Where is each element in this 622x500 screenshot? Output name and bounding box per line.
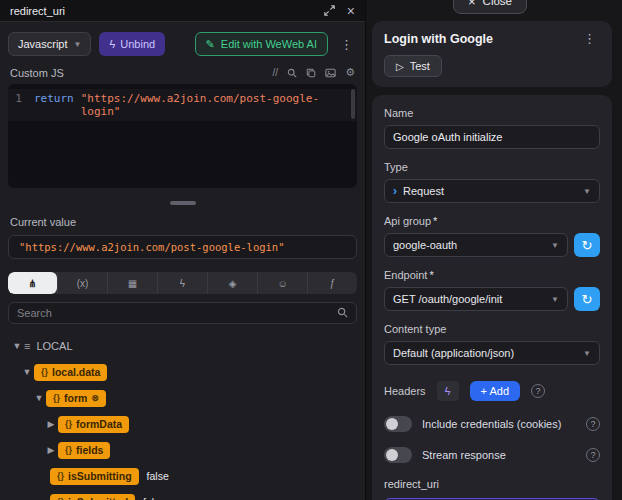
sync-icon: ↻: [582, 238, 593, 253]
gear-icon[interactable]: ⚙: [345, 66, 355, 79]
chevron-down-icon: ▼: [583, 349, 591, 358]
editor-toolbar: Javascript ▼ ϟ Unbind ✎ Edit with WeWeb …: [0, 22, 365, 64]
chevron-down-icon: ▼: [551, 241, 559, 250]
chevron-down-icon: ▼: [583, 187, 591, 196]
comment-icon[interactable]: //: [273, 67, 279, 78]
chevron-right-icon[interactable]: ▶: [44, 419, 58, 429]
unbind-button-label: Unbind: [120, 38, 155, 50]
api-group-label: Api group*: [384, 215, 600, 227]
resize-drag-handle[interactable]: [170, 201, 196, 205]
language-select[interactable]: Javascript ▼: [8, 32, 91, 56]
type-select[interactable]: › Request ▼: [384, 179, 600, 203]
close-panel-icon[interactable]: ×: [347, 4, 355, 18]
code-toolbar-icons: // ⚙: [273, 66, 355, 79]
variables-icon: (x): [77, 278, 89, 289]
current-value-text: "https://www.a2join.com/post-google-logi…: [19, 241, 285, 253]
request-type-icon: ›: [393, 184, 397, 198]
user-icon: ☺: [277, 278, 287, 289]
settings-card: Name Type › Request ▼ Api group* google-…: [372, 95, 612, 500]
refresh-endpoint-button[interactable]: ↻: [574, 287, 600, 311]
expand-icon[interactable]: [324, 5, 335, 16]
tree-root-label: LOCAL: [36, 340, 72, 352]
test-button[interactable]: ▷ Test: [384, 55, 442, 77]
custom-js-header: Custom JS // ⚙: [0, 64, 365, 84]
chevron-right-icon[interactable]: ▶: [44, 445, 58, 455]
node-label: formData: [76, 418, 122, 430]
include-credentials-row: Include credentials (cookies) ?: [384, 416, 600, 432]
refresh-api-group-button[interactable]: ↻: [574, 233, 600, 257]
more-options-icon[interactable]: ⋮: [336, 37, 357, 52]
type-label: Type: [384, 161, 600, 173]
data-tree-icon: ⋔: [28, 278, 36, 289]
tree-node-form[interactable]: {} form ⊗: [46, 390, 106, 407]
include-credentials-toggle[interactable]: [384, 416, 412, 432]
tab-collections[interactable]: ▦: [107, 272, 157, 294]
image-icon[interactable]: [325, 68, 336, 78]
tree-node-fields[interactable]: {} fields: [58, 442, 110, 459]
test-button-label: Test: [410, 60, 430, 72]
bind-headers-button[interactable]: ϟ: [437, 381, 459, 401]
tab-user[interactable]: ☺: [257, 272, 307, 294]
inspector-panel: × Close Login with Google ⋮ ▷ Test Name …: [367, 0, 622, 500]
tree-node-formdata[interactable]: {} formData: [58, 416, 129, 433]
tab-actions[interactable]: ϟ: [157, 272, 207, 294]
search-input[interactable]: [17, 307, 337, 319]
tab-variables[interactable]: (x): [57, 272, 107, 294]
code-editor[interactable]: 1 return "https://www.a2join.com/post-go…: [8, 84, 357, 188]
object-icon: {}: [53, 393, 60, 403]
stream-response-toggle[interactable]: [384, 447, 412, 463]
chevron-down-icon[interactable]: ▼: [10, 341, 24, 351]
current-value-label: Current value: [0, 216, 365, 228]
endpoint-select[interactable]: GET /oauth/google/init ▼: [384, 287, 568, 311]
copy-icon[interactable]: [306, 68, 316, 78]
tab-data-tree[interactable]: ⋔: [8, 272, 57, 294]
node-label: form: [64, 392, 87, 404]
search-code-icon[interactable]: [287, 68, 297, 78]
more-options-icon[interactable]: ⋮: [579, 31, 600, 46]
chevron-down-icon[interactable]: ▼: [20, 367, 34, 377]
help-icon[interactable]: ?: [531, 384, 545, 398]
action-card: Login with Google ⋮ ▷ Test: [372, 21, 612, 87]
action-title: Login with Google: [384, 32, 579, 46]
content-type-select[interactable]: Default (application/json) ▼: [384, 341, 600, 365]
tab-formulas[interactable]: ƒ: [307, 272, 357, 294]
required-mark: *: [433, 215, 437, 227]
editor-scrollbar[interactable]: [351, 89, 355, 119]
api-group-select-value: google-oauth: [393, 239, 457, 251]
object-icon: {}: [41, 367, 48, 377]
chevron-down-icon[interactable]: ▼: [32, 393, 46, 403]
api-group-select[interactable]: google-oauth ▼: [384, 233, 568, 257]
object-icon: {}: [65, 419, 72, 429]
node-label: isSubmitted: [68, 496, 128, 500]
tree-node-issubmitted[interactable]: {} isSubmitted: [50, 494, 135, 500]
content-type-select-value: Default (application/json): [393, 347, 514, 359]
chevron-down-icon: ▼: [74, 40, 82, 49]
help-icon[interactable]: ?: [586, 448, 600, 462]
bind-icon: ϟ: [445, 385, 451, 397]
tab-components[interactable]: ◈: [207, 272, 257, 294]
close-button[interactable]: × Close: [453, 0, 527, 14]
panel-title: redirect_uri: [10, 5, 324, 17]
tree-row: {} isSubmitted false: [4, 489, 361, 500]
tree-row: ▶ {} fields: [4, 437, 361, 463]
add-header-button[interactable]: + Add: [470, 381, 520, 401]
custom-js-label: Custom JS: [10, 67, 273, 79]
add-header-label: + Add: [481, 385, 509, 397]
endpoint-select-value: GET /oauth/google/init: [393, 293, 502, 305]
help-icon[interactable]: ?: [586, 417, 600, 431]
edit-with-ai-button[interactable]: ✎ Edit with WeWeb AI: [195, 32, 328, 56]
unbind-button[interactable]: ϟ Unbind: [99, 32, 165, 56]
toggle-knob: [386, 449, 398, 461]
tree-root-row[interactable]: ▼ ≡ LOCAL: [4, 333, 361, 359]
stream-response-row: Stream response ?: [384, 447, 600, 463]
tree-row: {} isSubmitting false: [4, 463, 361, 489]
tree-node-issubmitting[interactable]: {} isSubmitting: [50, 468, 139, 485]
panel-header: redirect_uri ×: [0, 0, 365, 22]
node-label: fields: [76, 444, 103, 456]
tree-node-local-data[interactable]: {} local.data: [34, 364, 107, 381]
node-value: false: [147, 470, 169, 482]
search-bar: [8, 302, 357, 324]
play-icon: ▷: [396, 61, 404, 72]
name-input[interactable]: [384, 125, 600, 149]
object-icon: {}: [57, 471, 64, 481]
